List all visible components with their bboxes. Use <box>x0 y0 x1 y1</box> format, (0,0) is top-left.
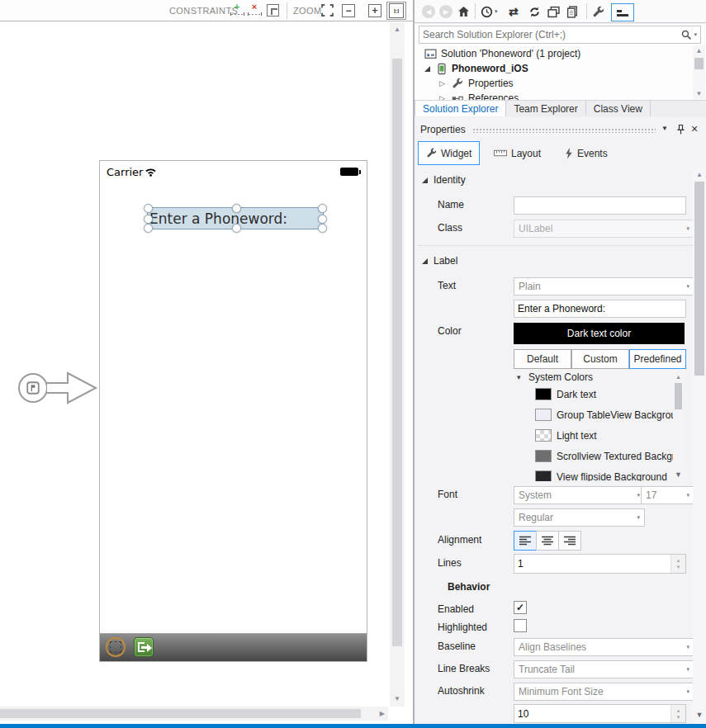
storyboard-entry-point[interactable] <box>18 373 48 403</box>
tree-item-solution[interactable]: Solution 'Phoneword' (1 project) <box>424 46 580 61</box>
align-right-button[interactable] <box>558 531 581 551</box>
back-button[interactable]: ◀ <box>422 3 435 20</box>
scroll-up-arrow[interactable]: ▲ <box>693 48 705 54</box>
scroll-right-arrow[interactable]: ▶ <box>380 711 385 717</box>
canvas-horizontal-scrollbar[interactable]: ▶ <box>0 707 388 721</box>
vertical-scroll-thumb[interactable] <box>392 59 402 646</box>
resize-handle-mid-right[interactable] <box>318 215 327 224</box>
tab-events[interactable]: Events <box>557 141 616 165</box>
font-size-dropdown[interactable]: 17▾ <box>641 486 694 504</box>
scroll-down-arrow[interactable]: ▼ <box>673 470 684 479</box>
autoshrink-size-field[interactable]: ▲▼ <box>514 704 686 723</box>
scroll-thumb[interactable] <box>694 182 704 376</box>
scroll-down-arrow[interactable]: ▼ <box>693 711 706 719</box>
search-input[interactable] <box>419 29 681 40</box>
lines-field[interactable]: ▲▼ <box>514 554 686 574</box>
zoom-fit-button[interactable] <box>321 4 334 19</box>
selection-tool-button[interactable] <box>106 637 126 657</box>
collapsed-arrow-icon[interactable]: ▷ <box>439 80 445 87</box>
line-breaks-dropdown[interactable]: Truncate Tail▾ <box>514 660 694 678</box>
scroll-up-arrow[interactable]: ▲ <box>673 374 684 380</box>
solution-search-box[interactable]: ▾ <box>419 26 701 44</box>
color-item-scrollview-textured[interactable]: Scrollview Textured Backgr <box>535 450 673 462</box>
section-expand-icon[interactable] <box>422 258 428 264</box>
align-center-button[interactable] <box>536 531 559 551</box>
zoom-out-button[interactable]: − <box>342 4 355 17</box>
canvas-vertical-scrollbar[interactable]: ▲ ▼ <box>390 22 405 707</box>
tree-item-project[interactable]: Phoneword_iOS <box>424 61 528 76</box>
frame-constraints-button[interactable] <box>267 4 279 17</box>
font-style-dropdown[interactable]: Regular▾ <box>514 508 645 527</box>
color-item-view-flipside[interactable]: View flipside Background <box>535 470 667 481</box>
resize-handle-top-center[interactable] <box>232 204 241 213</box>
color-mode-custom-button[interactable]: Custom <box>571 349 629 369</box>
properties-scrollbar[interactable]: ▲ ▼ <box>693 168 706 724</box>
resize-handle-mid-left[interactable] <box>144 215 153 224</box>
resize-handle-bottom-right[interactable] <box>318 224 327 233</box>
color-item-light-text[interactable]: Light text <box>535 429 597 442</box>
autoshrink-dropdown[interactable]: Minimum Font Size▾ <box>514 683 694 701</box>
autoshrink-stepper[interactable]: ▲▼ <box>670 705 685 722</box>
collapse-all-button[interactable] <box>547 3 560 20</box>
class-dropdown[interactable]: UILabel▾ <box>514 220 694 238</box>
scroll-thumb[interactable] <box>675 383 682 409</box>
selected-uilabel[interactable]: Enter a Phoneword: <box>147 207 324 229</box>
highlighted-checkbox[interactable] <box>514 619 527 632</box>
text-mode-dropdown[interactable]: Plain▾ <box>514 277 694 295</box>
search-options-caret-icon[interactable]: ▾ <box>694 31 697 38</box>
tab-solution-explorer[interactable]: Solution Explorer <box>415 101 506 116</box>
expanded-arrow-icon[interactable] <box>424 66 430 72</box>
scroll-down-arrow[interactable]: ▼ <box>693 91 705 97</box>
color-mode-predefined-button[interactable]: Predefined <box>629 349 686 369</box>
font-family-dropdown[interactable]: System▾ <box>514 486 645 504</box>
tab-team-explorer[interactable]: Team Explorer <box>506 101 585 116</box>
tab-class-view[interactable]: Class View <box>586 101 651 116</box>
search-icon[interactable] <box>681 30 692 40</box>
preview-selected-button[interactable] <box>566 3 579 20</box>
sync-view-button[interactable]: ⇄ <box>509 3 519 20</box>
collapse-arrow-icon[interactable]: ▾ <box>517 373 521 381</box>
forward-button[interactable]: ▶ <box>439 3 453 20</box>
resize-handle-top-right[interactable] <box>318 204 327 213</box>
pending-changes-button[interactable]: ▾ <box>481 3 498 20</box>
horizontal-scroll-thumb[interactable] <box>0 709 361 718</box>
tree-item-properties[interactable]: ▷ Properties <box>439 76 514 91</box>
home-button[interactable] <box>457 3 470 20</box>
scroll-up-arrow[interactable]: ▲ <box>390 26 405 33</box>
scroll-up-arrow[interactable]: ▲ <box>693 172 706 178</box>
close-icon[interactable]: × <box>691 122 698 135</box>
properties-titlebar[interactable]: Properties ▼ × <box>415 121 706 139</box>
remove-constraint-button[interactable]: × <box>248 2 261 16</box>
resize-handle-bottom-left[interactable] <box>144 224 153 233</box>
color-mode-default-button[interactable]: Default <box>514 349 571 369</box>
properties-button[interactable] <box>592 3 604 20</box>
iphone-design-surface[interactable]: Carrier Enter a Phoneword: <box>99 160 367 662</box>
system-colors-scrollbar[interactable]: ▲ ▼ <box>673 371 684 480</box>
name-field[interactable] <box>514 196 686 215</box>
zoom-actual-size-button[interactable]: I:I <box>386 2 406 20</box>
toggle-preview-button[interactable] <box>611 3 634 21</box>
scroll-down-arrow[interactable]: ▼ <box>390 696 405 702</box>
window-menu-caret-icon[interactable]: ▼ <box>661 125 668 132</box>
resize-handle-top-left[interactable] <box>144 204 153 213</box>
zoom-in-button[interactable]: + <box>368 4 381 17</box>
enabled-checkbox[interactable]: ✓ <box>514 601 527 614</box>
lines-stepper[interactable]: ▲▼ <box>670 555 685 573</box>
tab-widget[interactable]: Widget <box>418 141 480 165</box>
resize-handle-bottom-center[interactable] <box>232 224 241 233</box>
add-constraint-button[interactable]: + <box>230 2 244 16</box>
align-left-button[interactable] <box>514 531 537 551</box>
design-canvas[interactable]: Carrier Enter a Phoneword: <box>0 22 388 707</box>
tab-layout[interactable]: Layout <box>486 141 549 165</box>
section-expand-icon[interactable] <box>422 177 428 183</box>
pin-icon[interactable] <box>676 124 685 135</box>
system-colors-list[interactable]: Dark text Group TableView Backgrou Light… <box>514 385 673 481</box>
color-item-group-tableview[interactable]: Group TableView Backgrou <box>535 409 673 421</box>
scroll-thumb[interactable] <box>694 58 704 69</box>
text-value-field[interactable] <box>514 300 686 318</box>
explorer-scrollbar[interactable]: ▲ ▼ <box>693 45 705 100</box>
color-swatch-button[interactable]: Dark text color <box>514 323 685 344</box>
segue-tool-button[interactable] <box>134 637 154 657</box>
baseline-dropdown[interactable]: Align Baselines▾ <box>514 638 694 656</box>
refresh-button[interactable] <box>528 3 541 20</box>
